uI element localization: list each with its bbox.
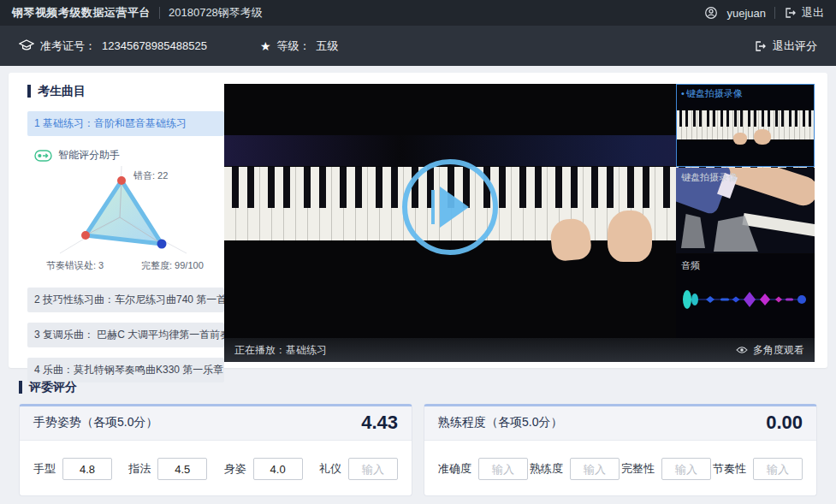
assistant-label: 智能评分助手 — [58, 148, 120, 163]
card-total-score: 0.00 — [766, 412, 803, 434]
multi-angle-label: 多角度观看 — [753, 343, 804, 358]
etiquette-input[interactable] — [348, 458, 398, 480]
radar-dot-rhythm — [81, 231, 90, 240]
admission-label: 准考证号： — [40, 39, 96, 54]
level-label: 等级： — [276, 39, 310, 54]
radar-label-rhythm: 节奏错误处: 3 — [46, 260, 104, 270]
radar-label-completeness: 完整度: 99/100 — [141, 260, 204, 270]
candidate-playlist: 考生曲目 1 基础练习：音阶和琶音基础练习 智能评分助手 — [27, 85, 224, 382]
admission-number: 12345678985488525 — [102, 39, 207, 52]
field-accuracy: 准确度 — [438, 458, 528, 480]
right-hand-graphic — [608, 210, 652, 262]
app-title: 钢琴视频考级数据运营平台 — [12, 5, 151, 21]
field-fingering: 指法 — [128, 458, 207, 480]
divider — [159, 7, 160, 19]
field-completeness: 完整性 — [621, 458, 711, 480]
field-hand-shape: 手型 — [33, 458, 112, 480]
multi-angle-button[interactable]: 多角度观看 — [736, 343, 804, 358]
card-title: 熟练程度（各项5.0分） — [438, 415, 562, 430]
thumb-hand-graphic — [754, 129, 771, 145]
background-shape — [681, 214, 705, 248]
keyboard-edge-graphic — [742, 213, 815, 237]
divider — [774, 7, 775, 19]
scoring-title: 评委评分 — [19, 381, 817, 394]
field-proficiency: 熟练度 — [530, 458, 620, 480]
session-title: 20180728钢琴考级 — [169, 5, 263, 21]
user-icon — [704, 6, 718, 20]
logout-icon — [784, 7, 797, 19]
eye-icon — [736, 346, 748, 354]
radar-chart: 错音: 22 节奏错误处: 3 完整度: 99/100 — [27, 164, 224, 277]
smart-score-assistant[interactable]: 智能评分助手 — [34, 148, 224, 163]
hand-shape-input[interactable] — [62, 458, 112, 480]
username[interactable]: yuejuan — [726, 7, 766, 20]
playlist-title: 考生曲目 — [27, 85, 224, 98]
radar-label-wrong-notes: 错音: 22 — [133, 170, 168, 181]
audio-label: 音频 — [681, 259, 700, 272]
logout-label: 退出 — [802, 5, 824, 21]
playlist-item-1[interactable]: 1 基础练习：音阶和琶音基础练习 — [27, 111, 224, 136]
level-value: 五级 — [316, 39, 338, 54]
proficiency-input[interactable] — [570, 458, 620, 480]
card-title: 手势姿势（各项5.0分） — [33, 415, 157, 430]
active-dot: • — [681, 88, 685, 98]
thumbnail-keyboard-cam-2[interactable]: 键盘拍摄录像 — [676, 168, 815, 253]
multi-angle-thumbnails: •键盘拍摄录像 键盘拍摄录像 音频 — [676, 84, 815, 338]
field-etiquette: 礼仪 — [319, 458, 398, 480]
score-card-proficiency: 熟练程度（各项5.0分） 0.00 准确度 熟练度 完整性 节奏性 — [424, 404, 817, 496]
radar-area — [86, 181, 162, 244]
assistant-toggle-icon — [34, 150, 52, 162]
judge-scoring-section: 评委评分 手势姿势（各项5.0分） 4.43 手型 指法 身姿 — [19, 381, 817, 496]
play-button[interactable] — [402, 159, 498, 255]
completeness-input[interactable] — [661, 458, 711, 480]
rhythm-input[interactable] — [753, 458, 803, 480]
video-status-bar: 正在播放：基础练习 多角度观看 — [224, 338, 815, 362]
score-card-gesture: 手势姿势（各项5.0分） 4.43 手型 指法 身姿 礼仪 — [19, 404, 412, 496]
exit-scoring-icon — [754, 40, 767, 52]
main-card: 考生曲目 1 基础练习：音阶和琶音基础练习 智能评分助手 — [9, 73, 827, 368]
radar-dot-completeness — [157, 240, 167, 249]
exam-info-bar: 准考证号： 12345678985488525 ★ 等级： 五级 退出评分 — [0, 26, 836, 66]
audio-waveform — [676, 285, 815, 314]
play-icon — [431, 190, 435, 224]
playlist-item-2[interactable]: 2 技巧性练习曲：车尔尼练习曲740 第一首 — [27, 288, 224, 312]
posture-input[interactable] — [253, 458, 303, 480]
exit-scoring-label: 退出评分 — [773, 39, 817, 54]
thumb-hand-graphic — [733, 133, 747, 145]
graduation-cap-icon — [19, 39, 34, 52]
top-navbar: 钢琴视频考级数据运营平台 20180728钢琴考级 yuejuan 退出 — [0, 0, 836, 26]
logout-button[interactable]: 退出 — [784, 5, 824, 21]
playlist-item-3[interactable]: 3 复调乐曲： 巴赫C 大调平均律第一首前奏曲 — [27, 323, 224, 347]
exit-scoring-button[interactable]: 退出评分 — [754, 39, 817, 54]
accuracy-input[interactable] — [478, 458, 528, 480]
card-total-score: 4.43 — [361, 412, 398, 434]
radar-dot-wrong-notes — [117, 176, 126, 185]
star-icon: ★ — [260, 39, 271, 53]
field-rhythm: 节奏性 — [713, 458, 803, 480]
playlist-item-4[interactable]: 4 乐曲：莫扎特钢琴奏鸣曲K330 第一乐章 — [27, 358, 224, 382]
video-player[interactable]: •键盘拍摄录像 键盘拍摄录像 音频 — [224, 84, 815, 362]
thumbnail-2-label: 键盘拍摄录像 — [681, 171, 738, 184]
fingering-input[interactable] — [157, 458, 207, 480]
now-playing-label: 正在播放：基础练习 — [234, 343, 327, 358]
audio-track-section[interactable]: 音频 — [676, 254, 815, 338]
thumbnail-1-label: •键盘拍摄录像 — [681, 87, 743, 100]
thumbnail-keyboard-cam-1[interactable]: •键盘拍摄录像 — [676, 84, 815, 167]
field-posture: 身姿 — [224, 458, 303, 480]
